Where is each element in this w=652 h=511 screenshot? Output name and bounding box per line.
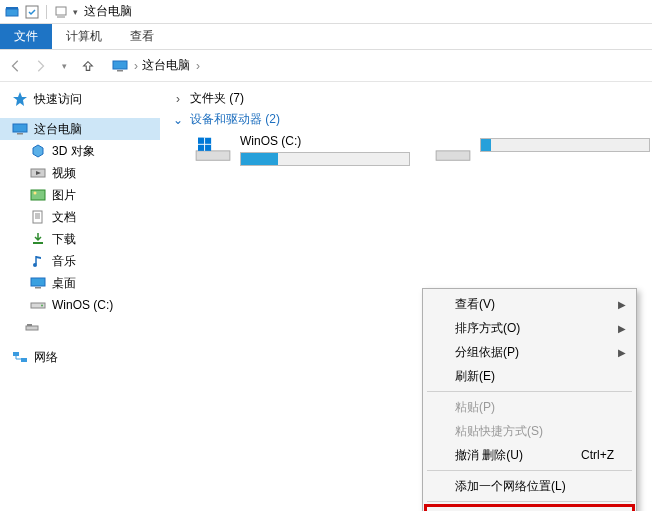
- ctx-view[interactable]: 查看(V) ▶: [425, 292, 634, 316]
- group-folders[interactable]: › 文件夹 (7): [172, 90, 644, 107]
- breadcrumb-separator: ›: [134, 59, 138, 73]
- tree-music[interactable]: 音乐: [0, 250, 160, 272]
- chevron-down-icon: ⌄: [172, 113, 184, 127]
- pictures-icon: [30, 187, 46, 203]
- ctx-refresh[interactable]: 刷新(E): [425, 364, 634, 388]
- svg-marker-6: [13, 92, 27, 106]
- svg-rect-7: [13, 124, 27, 132]
- ribbon-tab-file[interactable]: 文件: [0, 24, 52, 49]
- this-pc-icon: [12, 121, 28, 137]
- svg-rect-21: [27, 324, 32, 326]
- drives-list: WinOS (C:): [194, 134, 644, 166]
- nav-recent-dropdown-icon[interactable]: ▾: [54, 56, 74, 76]
- tree-quick-access[interactable]: 快速访问: [0, 88, 160, 110]
- ribbon-tab-computer[interactable]: 计算机: [52, 24, 116, 49]
- drive-usage-fill: [241, 153, 278, 165]
- titlebar: ▾ 这台电脑: [0, 0, 652, 24]
- ctx-undo-delete[interactable]: 撤消 删除(U) Ctrl+Z: [425, 443, 634, 467]
- network-icon: [12, 349, 28, 365]
- svg-point-15: [33, 263, 37, 267]
- ctx-separator: [427, 391, 632, 392]
- tree-desktop[interactable]: 桌面: [0, 272, 160, 294]
- ctx-paste-shortcut: 粘贴快捷方式(S): [425, 419, 634, 443]
- submenu-arrow-icon: ▶: [618, 323, 626, 334]
- ctx-separator: [427, 501, 632, 502]
- breadcrumb-separator[interactable]: ›: [196, 59, 200, 73]
- ctx-shortcut: Ctrl+Z: [581, 448, 614, 462]
- submenu-arrow-icon: ▶: [618, 299, 626, 310]
- tree-3d-objects[interactable]: 3D 对象: [0, 140, 160, 162]
- tree-label: 下载: [52, 231, 76, 248]
- system-menu-icon[interactable]: [4, 4, 20, 20]
- tree-drive-c[interactable]: WinOS (C:): [0, 294, 160, 316]
- tree-label: 桌面: [52, 275, 76, 292]
- svg-rect-1: [6, 7, 18, 9]
- ribbon-tab-view[interactable]: 查看: [116, 24, 168, 49]
- removable-drive-icon: [24, 319, 40, 335]
- tree-network[interactable]: 网络: [0, 346, 160, 368]
- tree-label: 文档: [52, 209, 76, 226]
- tree-removable-drive[interactable]: [0, 316, 160, 338]
- ctx-label: 粘贴快捷方式(S): [455, 423, 543, 440]
- chevron-down-icon[interactable]: ▾: [73, 7, 78, 17]
- svg-point-12: [34, 192, 37, 195]
- svg-rect-17: [35, 287, 41, 289]
- ctx-properties[interactable]: 属性(R): [425, 505, 634, 511]
- quick-access-toolbar: ▾: [24, 4, 78, 20]
- context-menu: 查看(V) ▶ 排序方式(O) ▶ 分组依据(P) ▶ 刷新(E) 粘贴(P) …: [422, 288, 637, 511]
- ctx-label: 查看(V): [455, 296, 495, 313]
- svg-rect-14: [33, 242, 43, 244]
- ctx-add-network-location[interactable]: 添加一个网络位置(L): [425, 474, 634, 498]
- 3d-objects-icon: [30, 143, 46, 159]
- svg-rect-16: [31, 278, 45, 286]
- desktop-icon: [30, 275, 46, 291]
- breadcrumb-this-pc[interactable]: 这台电脑: [142, 57, 190, 74]
- submenu-arrow-icon: ▶: [618, 347, 626, 358]
- ctx-label: 刷新(E): [455, 368, 495, 385]
- chevron-right-icon: ›: [172, 92, 184, 106]
- drive-icon: [30, 297, 46, 313]
- documents-icon: [30, 209, 46, 225]
- ribbon-tabs: 文件 计算机 查看: [0, 24, 652, 50]
- drive-usage-bar: [240, 152, 410, 166]
- ctx-label: 添加一个网络位置(L): [455, 478, 566, 495]
- ctx-group-by[interactable]: 分组依据(P) ▶: [425, 340, 634, 364]
- drive-item-c[interactable]: WinOS (C:): [194, 134, 394, 166]
- nav-back-icon[interactable]: [6, 56, 26, 76]
- qat-properties-icon[interactable]: [24, 4, 40, 20]
- tree-downloads[interactable]: 下载: [0, 228, 160, 250]
- ctx-label: 撤消 删除(U): [455, 447, 523, 464]
- videos-icon: [30, 165, 46, 181]
- svg-rect-29: [436, 151, 470, 160]
- tree-label: 图片: [52, 187, 76, 204]
- tree-label: 快速访问: [34, 91, 82, 108]
- svg-rect-24: [196, 151, 230, 160]
- group-devices[interactable]: ⌄ 设备和驱动器 (2): [172, 111, 644, 128]
- downloads-icon: [30, 231, 46, 247]
- tree-pictures[interactable]: 图片: [0, 184, 160, 206]
- svg-rect-11: [31, 190, 45, 200]
- nav-up-icon[interactable]: [78, 56, 98, 76]
- tree-this-pc[interactable]: 这台电脑: [0, 118, 160, 140]
- drive-name: WinOS (C:): [240, 134, 410, 148]
- nav-forward-icon[interactable]: [30, 56, 50, 76]
- tree-label: 网络: [34, 349, 58, 366]
- svg-rect-0: [6, 9, 18, 16]
- tree-videos[interactable]: 视频: [0, 162, 160, 184]
- drive-usage-bar: [480, 138, 650, 152]
- tree-label: WinOS (C:): [52, 298, 113, 312]
- svg-rect-20: [26, 326, 38, 330]
- tree-label: 这台电脑: [34, 121, 82, 138]
- tree-documents[interactable]: 文档: [0, 206, 160, 228]
- ctx-sort-by[interactable]: 排序方式(O) ▶: [425, 316, 634, 340]
- ctx-label: 分组依据(P): [455, 344, 519, 361]
- drive-item-secondary[interactable]: [434, 134, 634, 166]
- qat-dropdown-icon[interactable]: [53, 4, 69, 20]
- svg-rect-3: [56, 7, 66, 15]
- tree-label: 3D 对象: [52, 143, 95, 160]
- address-bar[interactable]: › 这台电脑 ›: [106, 55, 206, 76]
- music-icon: [30, 253, 46, 269]
- group-label: 文件夹 (7): [190, 90, 244, 107]
- tree-label: 视频: [52, 165, 76, 182]
- group-label: 设备和驱动器 (2): [190, 111, 280, 128]
